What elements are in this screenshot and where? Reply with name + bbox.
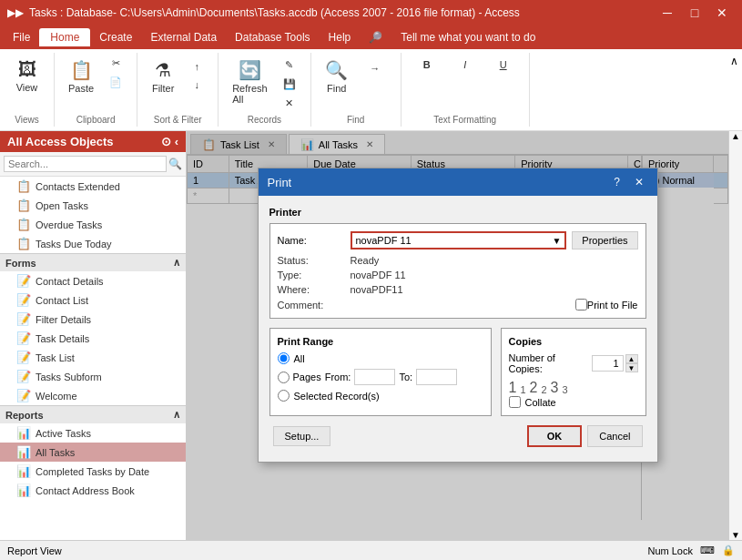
ribbon-btn-sort-desc[interactable]: ↓ <box>183 76 210 93</box>
print-range-label: Print Range <box>278 336 483 347</box>
ribbon-btn-filter[interactable]: ⚗ Filter <box>145 55 181 98</box>
ribbon-btn-new[interactable]: ✎ <box>276 56 303 74</box>
dialog-title-bar: Print ? ✕ <box>259 168 657 196</box>
report-icon-2: 📊 <box>16 445 31 459</box>
pages-label: Pages <box>293 372 321 382</box>
cancel-button[interactable]: Cancel <box>587 425 642 447</box>
menu-home[interactable]: Home <box>39 28 90 46</box>
status-bar: Report View Num Lock ⌨ 🔒 <box>0 540 742 560</box>
minimize-button[interactable]: ─ <box>655 0 680 25</box>
print-to-file-row: Comment: Print to File <box>278 299 638 311</box>
print-to-file-checkbox[interactable] <box>575 299 587 311</box>
view-icon: 🖼 <box>18 59 36 80</box>
sidebar-item-all-tasks[interactable]: 📊 All Tasks <box>0 443 186 462</box>
ribbon-group-text-label: Text Formatting <box>433 113 496 125</box>
copies-input[interactable] <box>592 355 624 372</box>
spinner-down[interactable]: ▼ <box>625 363 638 372</box>
sidebar-item-open-tasks[interactable]: 📋 Open Tasks <box>0 196 186 215</box>
ribbon-btn-find[interactable]: 🔍 Find <box>319 55 355 98</box>
report-icon-4: 📊 <box>16 484 31 497</box>
sidebar-item-overdue-tasks[interactable]: 📋 Overdue Tasks <box>0 215 186 234</box>
properties-button[interactable]: Properties <box>572 231 637 249</box>
sidebar-item-completed-tasks[interactable]: 📊 Completed Tasks by Date <box>0 462 186 481</box>
reports-label: Reports <box>5 410 44 421</box>
scroll-down-btn[interactable]: ▼ <box>731 530 740 540</box>
sidebar-item-tasks-due-today[interactable]: 📋 Tasks Due Today <box>0 234 186 253</box>
search-input[interactable] <box>4 156 167 172</box>
from-input[interactable] <box>354 369 395 385</box>
ribbon-collapse-btn[interactable]: ∧ <box>727 53 742 127</box>
ribbon-btn-paste[interactable]: 📋 Paste <box>62 55 100 98</box>
spinner-up[interactable]: ▲ <box>625 354 638 363</box>
menu-search-label[interactable]: Tell me what you want to do <box>391 28 544 46</box>
menu-database-tools[interactable]: Database Tools <box>226 28 320 46</box>
ribbon-btn-cut[interactable]: ✂ <box>102 55 129 72</box>
maximize-button[interactable]: □ <box>682 0 707 25</box>
radio-all[interactable] <box>278 352 290 364</box>
ribbon-btn-delete[interactable]: ✕ <box>276 95 303 112</box>
filter-icon: ⚗ <box>155 59 171 81</box>
copies-control: Number of Copies: ▲ ▼ <box>509 352 638 374</box>
sidebar-item-tasks-subform[interactable]: 📝 Tasks Subform <box>0 367 186 386</box>
radio-pages[interactable] <box>278 372 290 383</box>
sidebar-item-filter-details[interactable]: 📝 Filter Details <box>0 310 186 329</box>
ribbon-btn-sort-asc[interactable]: ↑ <box>183 58 210 75</box>
ribbon-btn-bold[interactable]: B <box>409 55 445 75</box>
printer-name-input[interactable] <box>352 233 549 248</box>
title-bar: ▶▶ Tasks : Database- C:\Users\Admin\Docu… <box>0 0 742 25</box>
reports-collapse-icon: ∧ <box>173 409 180 421</box>
ribbon-btn-italic[interactable]: I <box>447 55 483 75</box>
sidebar-item-contacts-extended[interactable]: 📋 Contacts Extended <box>0 177 186 196</box>
sidebar-item-label-3: Overdue Tasks <box>36 219 102 230</box>
radio-selected[interactable] <box>278 390 290 402</box>
ribbon: 🖼 View Views 📋 Paste ✂ 📄 Clipboard ⚗ Fil… <box>0 49 742 131</box>
dialog-help-button[interactable]: ? <box>608 174 626 190</box>
right-scrollbar[interactable]: ▲ ▼ <box>728 131 742 540</box>
ribbon-btn-refresh[interactable]: 🔄 RefreshAll <box>226 55 274 109</box>
menu-file[interactable]: File <box>4 28 39 46</box>
ok-button[interactable]: OK <box>527 425 583 447</box>
collate-row: Collate <box>509 396 638 408</box>
dialog-close-button[interactable]: ✕ <box>630 174 648 190</box>
ribbon-btns-text: B I U <box>409 55 522 113</box>
lock-icon: 🔒 <box>722 545 735 556</box>
sidebar-section-reports[interactable]: Reports ∧ <box>0 405 186 423</box>
menu-help[interactable]: Help <box>320 28 361 46</box>
radio-all-row: All <box>278 352 483 364</box>
sidebar-search: 🔍 <box>0 152 186 177</box>
printer-dropdown-arrow[interactable]: ▼ <box>548 234 564 248</box>
close-button[interactable]: ✕ <box>709 0 735 25</box>
sidebar-item-contact-list[interactable]: 📝 Contact List <box>0 290 186 310</box>
ribbon-group-views: 🖼 View Views <box>0 53 55 127</box>
copies-icons: 1 1 2 2 3 3 <box>509 380 638 396</box>
form-icon-4: 📝 <box>16 331 31 345</box>
scroll-up-btn[interactable]: ▲ <box>731 131 740 141</box>
sidebar-item-contact-address-book[interactable]: 📊 Contact Address Book <box>0 481 186 500</box>
sidebar-item-task-details[interactable]: 📝 Task Details <box>0 329 186 348</box>
sidebar-item-welcome[interactable]: 📝 Welcome <box>0 386 186 405</box>
copy-icon-sub-1: 1 <box>520 384 525 401</box>
setup-button[interactable]: Setup... <box>273 426 331 446</box>
sidebar-item-contact-details[interactable]: 📝 Contact Details <box>0 271 186 290</box>
sidebar-item-active-tasks[interactable]: 📊 Active Tasks <box>0 423 186 443</box>
menu-create[interactable]: Create <box>90 28 141 46</box>
collate-checkbox[interactable] <box>509 396 521 408</box>
sidebar-item-tasks-due-today-label: Tasks Due Today <box>36 239 112 249</box>
pages-row: Pages From: To: <box>278 369 483 385</box>
ribbon-group-records-label: Records <box>248 113 281 125</box>
ribbon-btn-view[interactable]: 🖼 View <box>9 55 46 97</box>
ribbon-btn-replace[interactable]: → <box>357 58 393 78</box>
menu-external-data[interactable]: External Data <box>141 28 226 46</box>
ribbon-btn-save[interactable]: 💾 <box>276 76 303 93</box>
ribbon-btn-copy[interactable]: 📄 <box>102 74 129 91</box>
dialog-footer: Setup... OK Cancel <box>269 425 646 451</box>
sidebar-item-task-list[interactable]: 📝 Task List <box>0 348 186 367</box>
ribbon-btn-underline[interactable]: U <box>485 55 522 75</box>
sidebar-item-contact-details-label: Contact Details <box>36 276 104 287</box>
form-icon-1: 📝 <box>16 274 31 288</box>
sidebar-section-forms[interactable]: Forms ∧ <box>0 253 186 271</box>
ribbon-btn-refresh-label: RefreshAll <box>232 83 268 105</box>
sidebar-scroll: 📋 Contacts Extended 📋 Open Tasks 📋 Overd… <box>0 177 186 540</box>
to-input[interactable] <box>416 369 457 385</box>
dialog-body: Printer Name: ▼ Properties <box>259 196 657 462</box>
